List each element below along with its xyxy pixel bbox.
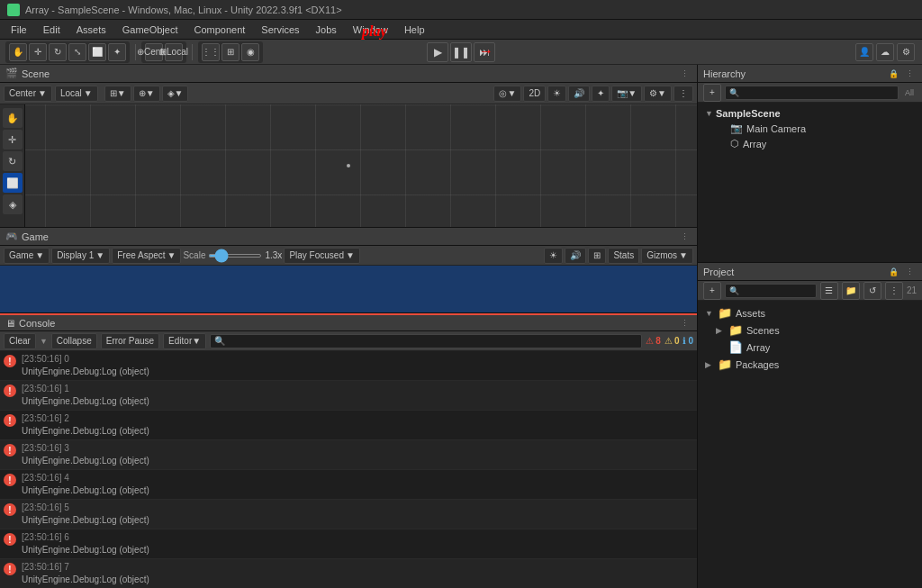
hierarchy-scene-item[interactable]: ▼ SampleScene <box>698 106 922 121</box>
console-search-input[interactable] <box>210 334 642 348</box>
pause-button[interactable]: ❚❚ <box>450 42 472 62</box>
scene-snap-btn[interactable]: ⊕▼ <box>133 86 160 102</box>
project-dots-btn[interactable]: ⋮ <box>885 282 903 300</box>
play-focused-dropdown[interactable]: Play Focused▼ <box>284 248 360 264</box>
aspect-dropdown[interactable]: Free Aspect▼ <box>112 248 181 264</box>
scene-grid-btn[interactable]: ⊞▼ <box>104 86 131 102</box>
hierarchy-lock-btn[interactable]: 🔒 <box>886 67 900 81</box>
scene-canvas[interactable]: ✋ ✛ ↻ ⬜ ◈ <box>0 104 697 227</box>
collapse-button[interactable]: Collapse <box>51 333 97 349</box>
hand-tool[interactable]: ✋ <box>3 108 23 128</box>
console-log-row[interactable]: ! [23:50:16] 7 UnityEngine.Debug:Log (ob… <box>0 559 697 588</box>
scene-cam-btn[interactable]: 📷▼ <box>611 86 642 102</box>
hierarchy-add-btn[interactable]: + <box>703 84 721 102</box>
scene-light-btn[interactable]: ☀ <box>547 86 566 102</box>
stats-btn[interactable]: Stats <box>608 248 639 264</box>
console-log-row[interactable]: ! [23:50:16] 2 UnityEngine.Debug:Log (ob… <box>0 411 697 440</box>
game-panel-menu[interactable]: ⋮ <box>677 230 692 244</box>
error-pause-button[interactable]: Error Pause <box>101 333 159 349</box>
project-lock-btn[interactable]: 🔒 <box>886 265 900 279</box>
scale-tool-btn[interactable]: ⤡ <box>68 43 86 61</box>
scene-persp-btn[interactable]: ◎▼ <box>493 86 521 102</box>
transform-tool-btn[interactable]: ✦ <box>108 43 126 61</box>
project-scenes-item[interactable]: ▶ 📁 Scenes <box>698 321 922 339</box>
console-panel-menu[interactable]: ⋮ <box>677 316 692 330</box>
rect-tool-btn[interactable]: ⬜ <box>88 43 106 61</box>
space-btn[interactable]: ⊞ Local <box>165 43 183 61</box>
scene-audio-btn[interactable]: 🔊 <box>568 86 590 102</box>
scene-tab[interactable]: 🎬 Scene <box>5 68 50 79</box>
menu-edit[interactable]: Edit <box>36 23 68 37</box>
move-tool[interactable]: ✛ <box>3 130 23 149</box>
settings-btn[interactable]: ⚙ <box>897 43 915 61</box>
rotate-tool[interactable]: ↻ <box>3 151 23 171</box>
step-button[interactable]: ⏭ <box>474 42 495 62</box>
rotate-tool-btn[interactable]: ↻ <box>49 43 67 61</box>
local-dropdown[interactable]: Local▼ <box>55 86 98 102</box>
console-log-row[interactable]: ! [23:50:16] 6 UnityEngine.Debug:Log (ob… <box>0 529 697 559</box>
menu-jobs[interactable]: Jobs <box>309 23 344 37</box>
project-panel-menu[interactable]: ⋮ <box>902 265 917 279</box>
scene-2d-btn[interactable]: 2D <box>523 86 546 102</box>
scene-panel-menu[interactable]: ⋮ <box>677 67 692 81</box>
scene-fx-btn[interactable]: ✦ <box>592 86 610 102</box>
project-tab[interactable]: Project <box>703 267 734 277</box>
scene-extra-btn[interactable]: ⋮ <box>673 86 693 102</box>
play-button[interactable]: ▶ <box>427 42 448 62</box>
menu-help[interactable]: Help <box>397 23 432 37</box>
cloud-btn[interactable]: ☁ <box>876 43 894 61</box>
project-folder-btn[interactable]: 📁 <box>842 282 860 300</box>
scene-snap2-btn[interactable]: ◈▼ <box>162 86 189 102</box>
hierarchy-panel-menu[interactable]: ⋮ <box>902 67 917 81</box>
console-log-row[interactable]: ! [23:50:16] 5 UnityEngine.Debug:Log (ob… <box>0 500 697 529</box>
center-dropdown[interactable]: Center▼ <box>4 86 52 102</box>
hierarchy-camera-item[interactable]: 📷 Main Camera <box>698 121 922 136</box>
hierarchy-tab[interactable]: Hierarchy <box>703 68 746 79</box>
hierarchy-search[interactable]: 🔍 <box>725 86 899 100</box>
account-btn[interactable]: 👤 <box>855 43 873 61</box>
other-tool[interactable]: ◈ <box>3 194 23 214</box>
console-log-row[interactable]: ! [23:50:16] 1 UnityEngine.Debug:Log (ob… <box>0 381 697 411</box>
grid-btn[interactable]: ⊞ <box>221 43 240 61</box>
scene-gizmo-btn[interactable]: ⚙▼ <box>644 86 672 102</box>
project-array-item[interactable]: 📄 Array <box>698 339 922 356</box>
scale-slider[interactable] <box>208 254 262 258</box>
hierarchy-filter-btn[interactable]: All <box>902 86 917 100</box>
project-assets-item[interactable]: ▼ 📁 Assets <box>698 304 922 321</box>
project-packages-item[interactable]: ▶ 📁 Packages <box>698 356 922 373</box>
rect-tool[interactable]: ⬜ <box>3 173 23 193</box>
console-tab[interactable]: 🖥 Console <box>5 318 55 329</box>
menu-component[interactable]: Component <box>186 23 252 37</box>
project-add-btn[interactable]: + <box>703 282 721 300</box>
menu-file[interactable]: File <box>4 23 34 37</box>
physics-btn[interactable]: ◉ <box>241 43 259 61</box>
game-tab[interactable]: 🎮 Game <box>5 231 49 242</box>
menu-window[interactable]: Window <box>346 23 395 37</box>
gizmos-dropdown[interactable]: Gizmos▼ <box>641 248 693 264</box>
game-mute-btn[interactable]: ☀ <box>544 248 563 264</box>
console-log-row[interactable]: ! [23:50:16] 3 UnityEngine.Debug:Log (ob… <box>0 440 697 470</box>
console-log-row[interactable]: ! [23:50:16] 4 UnityEngine.Debug:Log (ob… <box>0 470 697 500</box>
array-label: Array <box>743 139 766 149</box>
console-log-row[interactable]: ! [23:50:16] 0 UnityEngine.Debug:Log (ob… <box>0 351 697 381</box>
hierarchy-toolbar: + 🔍 All <box>698 83 922 103</box>
project-view-btn[interactable]: ☰ <box>820 282 838 300</box>
menu-services[interactable]: Services <box>254 23 306 37</box>
game-display-dropdown[interactable]: Game ▼ <box>4 248 50 264</box>
project-search[interactable]: 🔍 <box>725 284 817 298</box>
game-screen-btn[interactable]: ⊞ <box>588 248 606 264</box>
menu-assets[interactable]: Assets <box>69 23 113 37</box>
game-audio-btn[interactable]: 🔊 <box>565 248 586 264</box>
hierarchy-array-item[interactable]: ⬡ Array <box>698 136 922 151</box>
display-dropdown[interactable]: Display 1▼ <box>51 248 110 264</box>
stats-label: Stats <box>613 250 634 260</box>
clear-button[interactable]: Clear <box>4 333 36 349</box>
editor-dropdown[interactable]: Editor▼ <box>163 333 206 349</box>
move-tool-btn[interactable]: ✛ <box>29 43 47 61</box>
menu-gameobject[interactable]: GameObject <box>115 23 185 37</box>
game-canvas[interactable] <box>0 266 697 312</box>
game-icon: 🎮 <box>5 231 18 242</box>
project-refresh-btn[interactable]: ↺ <box>863 282 881 300</box>
hand-tool-btn[interactable]: ✋ <box>9 43 27 61</box>
snap-btn[interactable]: ⋮⋮ <box>202 43 220 61</box>
